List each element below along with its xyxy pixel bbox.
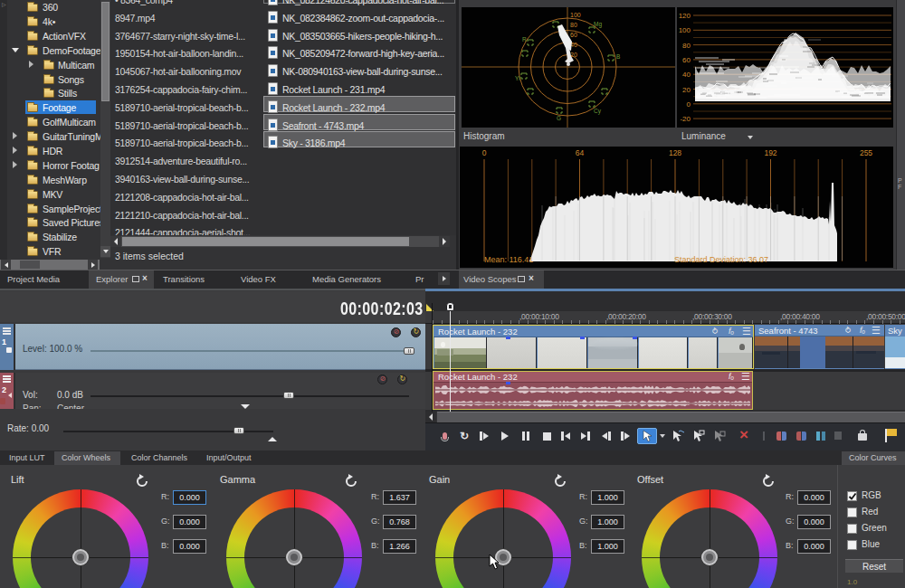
svg-text:Yl: Yl <box>515 75 520 81</box>
svg-text:100: 100 <box>570 12 581 18</box>
svg-text:B: B <box>616 53 620 60</box>
svg-text:40: 40 <box>682 71 691 79</box>
svg-text:20: 20 <box>682 86 691 94</box>
svg-text:255: 255 <box>860 148 872 157</box>
svg-text:120: 120 <box>679 12 691 20</box>
svg-text:0: 0 <box>482 148 487 157</box>
svg-text:-20: -20 <box>680 115 691 123</box>
svg-text:0: 0 <box>687 100 691 109</box>
svg-text:Cy: Cy <box>594 108 602 115</box>
svg-text:128: 128 <box>669 148 681 157</box>
svg-text:60: 60 <box>682 56 691 64</box>
svg-text:80: 80 <box>682 42 691 50</box>
svg-text:60: 60 <box>570 32 577 38</box>
svg-text:G: G <box>557 115 561 121</box>
svg-text:R: R <box>522 36 527 43</box>
svg-text:192: 192 <box>764 148 776 157</box>
svg-text:64: 64 <box>576 148 585 157</box>
svg-text:Mg: Mg <box>594 21 602 28</box>
svg-text:100: 100 <box>679 26 691 34</box>
svg-text:80: 80 <box>570 22 577 28</box>
